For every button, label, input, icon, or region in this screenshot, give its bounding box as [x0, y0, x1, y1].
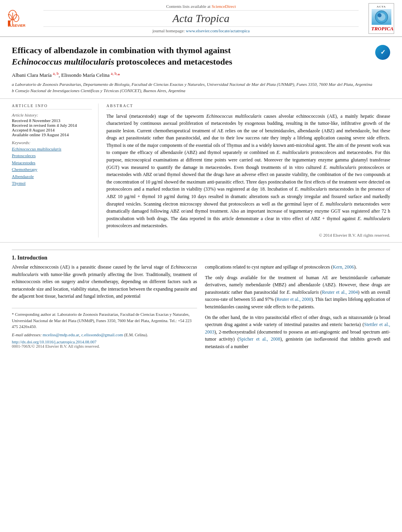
header-divider-top — [43, 10, 359, 11]
doi-line[interactable]: http://dx.doi.org/10.1016/j.actatropica.… — [12, 340, 197, 344]
crossmark-badge[interactable]: ✓ — [375, 45, 390, 60]
footnote-section: * Corresponding author at: Laboratorio d… — [12, 308, 197, 338]
email-link-1[interactable]: mceliss@mdp.edu.ar — [43, 332, 79, 337]
ref-spicher-2008[interactable]: Spicher et al., 2008 — [239, 336, 280, 342]
journal-header: ELSEVIER Contents lists available at Sci… — [0, 0, 402, 37]
svg-point-3 — [13, 15, 19, 22]
acta-logo-graphic — [372, 10, 391, 24]
footnote-star: * Corresponding author at: Laboratorio d… — [12, 311, 197, 330]
footnote-email: E-mail addresses: mceliss@mdp.edu.ar, c.… — [12, 332, 197, 338]
journal-info-center: Contents lists available at ScienceDirec… — [43, 4, 359, 33]
acta-tropica-logo-container: ACTA TROPICA — [359, 3, 394, 34]
ref-kern-2006[interactable]: Kern, 2006 — [333, 264, 354, 270]
copyright-text: © 2014 Elsevier B.V. All rights reserved… — [106, 233, 390, 237]
sciencedirect-label: Contents lists available at ScienceDirec… — [43, 4, 359, 9]
sciencedirect-link[interactable]: ScienceDirect — [212, 4, 236, 9]
intro-two-col: Alveolar echinococcosis (AE) is a parasi… — [12, 263, 390, 354]
crossmark-icon: ✓ — [375, 45, 390, 60]
online-date: Available online 19 August 2014 — [12, 132, 92, 137]
affiliation-b: b Consejo Nacional de Investigaciones Ci… — [12, 88, 390, 93]
affiliation-a: a Laboratorio de Zoonosis Parasitarias, … — [12, 82, 390, 87]
revised-date: Received in revised form 4 July 2014 — [12, 123, 92, 128]
svg-point-8 — [378, 13, 382, 17]
article-info-column: ARTICLE INFO Article history: Received 8… — [12, 104, 99, 238]
homepage-link[interactable]: www.elsevier.com/locate/actatropica — [186, 28, 250, 33]
article-header: Efficacy of albendazole in combination w… — [0, 37, 402, 99]
abstract-text: The larval (metacestode) stage of the ta… — [106, 113, 390, 230]
authors-line: Albani Clara María a, b, Elissondo María… — [12, 71, 390, 78]
article-title: Efficacy of albendazole in combination w… — [12, 45, 232, 67]
keyword-6[interactable]: Thymol — [12, 180, 92, 187]
article-info-abstract-section: ARTICLE INFO Article history: Received 8… — [0, 99, 402, 243]
elsevier-logo-icon: ELSEVIER — [8, 9, 41, 27]
article-info-heading: ARTICLE INFO — [12, 104, 92, 109]
journal-name-title: Acta Tropica — [43, 12, 359, 25]
intro-para1: Alveolar echinococcosis (AE) is a parasi… — [12, 263, 197, 300]
email-link-2[interactable]: c.elissondo@gmail.com — [81, 332, 123, 337]
intro-para2: complications related to cyst rupture an… — [205, 263, 390, 271]
ref-reuter-2000[interactable]: Reuter et al., 2000 — [276, 297, 311, 302]
keyword-2[interactable]: Protoscoleces — [12, 152, 92, 159]
svg-text:ELSEVIER: ELSEVIER — [8, 24, 26, 27]
keywords-label: Keywords: — [12, 140, 92, 145]
intro-para4: On the other hand, the in vitro parasito… — [205, 314, 390, 350]
history-label: Article history: — [12, 113, 92, 117]
keyword-4[interactable]: Chemotherapy — [12, 166, 92, 173]
header-divider-bottom — [43, 26, 359, 27]
abstract-heading: ABSTRACT — [106, 104, 390, 109]
acta-tropica-logo-icon: ACTA TROPICA — [368, 3, 394, 34]
intro-col-right: complications related to cyst rupture an… — [205, 263, 390, 354]
intro-section-title: 1. Introduction — [12, 255, 390, 261]
intro-col-left: Alveolar echinococcosis (AE) is a parasi… — [12, 263, 197, 354]
keyword-1[interactable]: Echinococcus multilocularis — [12, 146, 92, 153]
abstract-column: ABSTRACT The larval (metacestode) stage … — [106, 104, 390, 238]
received-date: Received 8 November 2013 — [12, 118, 92, 123]
acta-logo-top-text: ACTA — [371, 5, 391, 8]
accepted-date: Accepted 8 August 2014 — [12, 128, 92, 132]
body-content: 1. Introduction Alveolar echinococcosis … — [0, 243, 402, 358]
page: ELSEVIER Contents lists available at Sci… — [0, 0, 402, 532]
issn-line: 0001-706X/© 2014 Elsevier B.V. All right… — [12, 344, 197, 348]
acta-logo-main-text: TROPICA — [371, 26, 391, 32]
journal-homepage: journal homepage: www.elsevier.com/locat… — [43, 28, 359, 33]
ref-reuter-2004[interactable]: Reuter et al., 2004 — [322, 289, 358, 295]
elsevier-logo-container: ELSEVIER — [8, 9, 43, 27]
body-section-divider — [12, 250, 390, 250]
ref-stettler-2003[interactable]: Stettler et al., 2003 — [205, 322, 390, 335]
intro-para3: The only drugs available for the treatme… — [205, 274, 390, 311]
article-title-row: Efficacy of albendazole in combination w… — [12, 45, 390, 67]
keyword-3[interactable]: Metacestodes — [12, 159, 92, 167]
keyword-5[interactable]: Albendazole — [12, 173, 92, 180]
